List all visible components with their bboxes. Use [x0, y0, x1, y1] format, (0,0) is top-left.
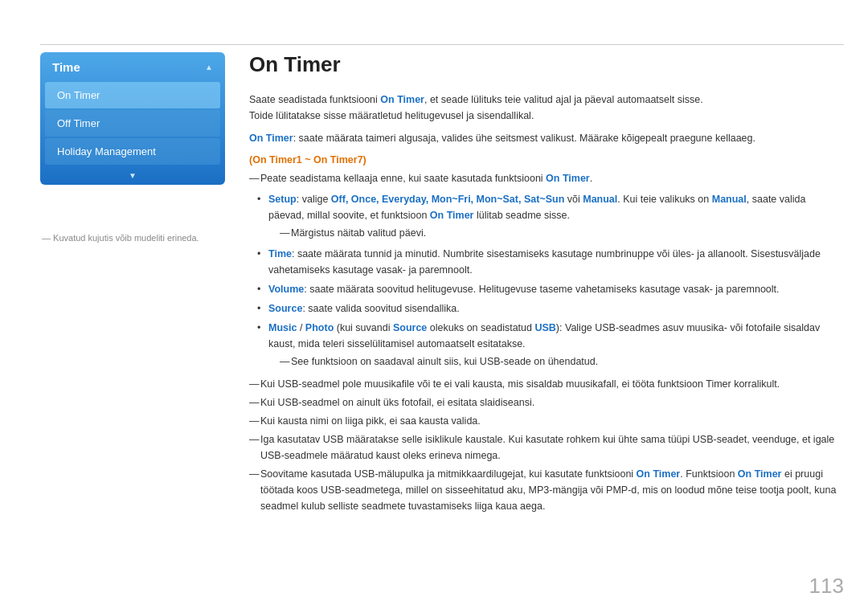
on-timer-highlight-1: On Timer: [380, 94, 424, 105]
dash-line-3: Kui kausta nimi on liiga pikk, ei saa ka…: [249, 413, 844, 429]
setup-values: Off, Once, Everyday, Mon~Fri, Mon~Sat, S…: [331, 194, 564, 205]
sub-dash-markings: Märgistus näitab valitud päevi.: [268, 225, 844, 241]
manual-label: Manual: [583, 194, 617, 205]
sidebar-title: Time ▲: [40, 52, 225, 80]
sub-dash-usb: See funktsioon on saadaval ainult siis, …: [268, 353, 844, 370]
list-item-setup: Setup: valige Off, Once, Everyday, Mon~F…: [257, 190, 844, 244]
photo-label: Photo: [305, 322, 334, 333]
intro-text-2: Toide lülitatakse sisse määratletud heli…: [249, 110, 534, 121]
bullet-list: Setup: valige Off, Once, Everyday, Mon~F…: [249, 190, 844, 373]
prereq-dash: Peate seadistama kellaaja enne, kui saat…: [249, 170, 844, 186]
source-label: Source: [268, 303, 302, 314]
source-ref: Source: [393, 322, 427, 333]
page-title: On Timer: [249, 52, 844, 77]
on-timer-ref-1: On Timer: [546, 173, 590, 184]
arrow-up-icon: ▲: [205, 63, 213, 72]
section-header: (On Timer1 ~ On Timer7): [249, 154, 844, 166]
on-timer-ref-2: On Timer: [430, 210, 474, 221]
on-timer-ref-3: On Timer: [637, 468, 681, 480]
dash-line-5: Soovitame kasutada USB-mälupulka ja mitm…: [249, 466, 844, 514]
dash-line-2: Kui USB-seadmel on ainult üks fotofail, …: [249, 394, 844, 411]
dash-line-1: Kui USB-seadmel pole muusikafile või te …: [249, 376, 844, 392]
time-label: Time: [268, 248, 292, 260]
list-item-music-photo: Music / Photo (kui suvandi Source olekuk…: [257, 318, 844, 373]
sidebar-item-off-timer[interactable]: Off Timer: [45, 110, 220, 137]
intro-text-1: Saate seadistada funktsiooni: [249, 94, 380, 105]
page-number: 113: [809, 574, 844, 599]
dash-line-4: Iga kasutatav USB määratakse selle isikl…: [249, 431, 844, 464]
main-content: On Timer Saate seadistada funktsiooni On…: [249, 52, 844, 589]
manual-ref: Manual: [712, 194, 747, 205]
list-item-time: Time: saate määrata tunnid ja minutid. N…: [257, 244, 844, 280]
volume-label: Volume: [268, 284, 304, 295]
top-divider: [40, 44, 844, 45]
intro-paragraph-2: Toide lülitatakse sisse määratletud heli…: [249, 108, 844, 124]
on-timer-desc-text: : saate määrata taimeri algusaja, valide…: [293, 133, 755, 144]
arrow-down-icon: ▼: [40, 166, 225, 185]
list-item-source: Source: saate valida soovitud sisendalli…: [257, 299, 844, 318]
sidebar-item-on-timer[interactable]: On Timer: [45, 82, 220, 108]
on-timer-ref-4: On Timer: [738, 468, 782, 480]
setup-label: Setup: [268, 194, 297, 205]
music-photo-label: Music: [268, 322, 297, 333]
sidebar: Time ▲ On Timer Off Timer Holiday Manage…: [40, 52, 225, 243]
intro-text-1b: , et seade lülituks teie valitud ajal ja…: [424, 94, 703, 105]
sidebar-panel: Time ▲ On Timer Off Timer Holiday Manage…: [40, 52, 225, 185]
on-timer-label: On Timer: [249, 133, 293, 144]
sidebar-title-label: Time: [52, 60, 80, 74]
list-item-volume: Volume: saate määrata soovitud helitugev…: [257, 280, 844, 299]
on-timer-description: On Timer: saate määrata taimeri algusaja…: [249, 130, 844, 146]
sidebar-note: ― Kuvatud kujutis võib mudeliti erineda.: [40, 233, 225, 243]
intro-paragraph-1: Saate seadistada funktsiooni On Timer, e…: [249, 92, 844, 108]
sidebar-item-holiday[interactable]: Holiday Management: [45, 138, 220, 165]
usb-ref: USB: [534, 322, 555, 333]
